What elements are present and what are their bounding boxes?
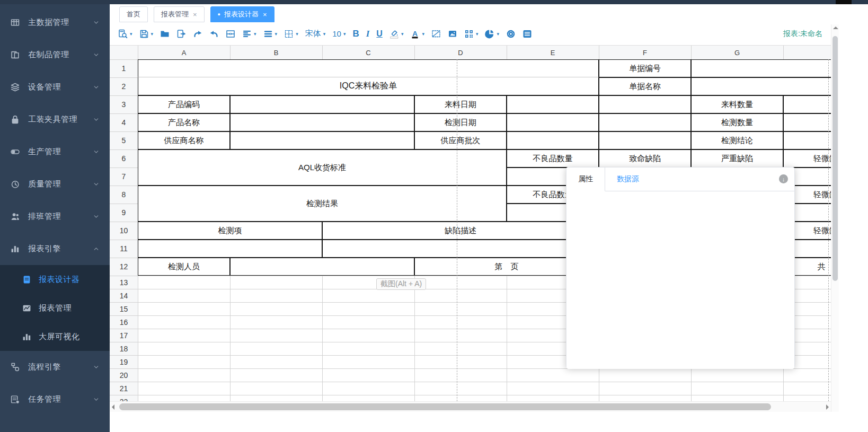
close-icon[interactable]: × <box>263 11 267 18</box>
row-header-11[interactable]: 11 <box>110 240 138 258</box>
italic-button[interactable]: I <box>363 27 373 41</box>
undo-button[interactable] <box>206 28 222 40</box>
row-header-8[interactable]: 8 <box>110 186 138 204</box>
form-cell-r2c6[interactable]: 单据名称 <box>599 77 691 95</box>
align-button[interactable]: ▾ <box>239 28 260 40</box>
form-cell-r6c1[interactable]: AQL收货标准 <box>138 149 507 186</box>
row-header-5[interactable]: 5 <box>110 131 138 149</box>
row-header-1[interactable]: 1 <box>110 59 138 77</box>
sidebar-item-0[interactable]: 主数据管理 <box>0 6 110 39</box>
form-cell-r6c8[interactable]: 轻微缺陷 <box>783 149 831 167</box>
sidebar-item-5[interactable]: 质量管理 <box>0 168 110 200</box>
sheet-corner[interactable] <box>110 46 138 59</box>
row-header-12[interactable]: 12 <box>110 258 138 276</box>
line-height-button[interactable]: ▾ <box>260 28 281 40</box>
row-header-6[interactable]: 6 <box>110 149 138 167</box>
panel-collapse-button[interactable]: ↓ <box>779 174 788 183</box>
form-cell-r5c8[interactable] <box>783 131 831 149</box>
tab-0[interactable]: 首页 <box>119 6 148 22</box>
row-header-21[interactable]: 21 <box>110 382 138 395</box>
close-icon[interactable]: × <box>193 11 197 18</box>
column-header-A[interactable]: A <box>138 46 230 59</box>
sidebar-item-8[interactable]: 流程引擎 <box>0 351 110 383</box>
column-header-F[interactable]: F <box>599 46 691 59</box>
scroll-left-icon[interactable] <box>112 404 114 410</box>
row-header-18[interactable]: 18 <box>110 342 138 355</box>
form-cell-r4c1[interactable]: 产品名称 <box>138 113 230 131</box>
insert-image-button[interactable] <box>445 28 460 40</box>
remove-image-button[interactable] <box>428 28 444 40</box>
open-button[interactable] <box>157 28 173 40</box>
qrcode-button[interactable]: ▾ <box>461 28 482 40</box>
vertical-scroll-thumb[interactable] <box>832 36 838 281</box>
chart-button[interactable]: ▾ <box>482 28 502 40</box>
redo-button[interactable] <box>190 28 206 40</box>
column-header-E[interactable]: E <box>507 46 599 59</box>
form-cell-r5c2[interactable] <box>230 131 414 149</box>
form-cell-r3c1[interactable]: 产品编码 <box>138 95 230 113</box>
bold-button[interactable]: B <box>349 27 362 41</box>
horizontal-scrollbar[interactable] <box>110 401 831 412</box>
form-cell-r3c5[interactable] <box>507 95 599 113</box>
form-cell-r4c7[interactable]: 检测数量 <box>691 113 783 131</box>
form-cell-r3c2[interactable] <box>230 95 414 113</box>
form-cell-r8c1[interactable]: 检测结果 <box>138 186 507 222</box>
row-header-22[interactable]: 22 <box>110 395 138 401</box>
form-cell-r11c1[interactable] <box>138 240 322 258</box>
form-cell-r10c3[interactable]: 缺陷描述 <box>322 222 599 240</box>
form-cell-r1c6[interactable]: 单据编号 <box>599 59 691 77</box>
form-cell-r5c1[interactable]: 供应商名称 <box>138 131 230 149</box>
panel-tab-0[interactable]: 属性 <box>566 167 605 191</box>
form-cell-r3c6[interactable] <box>599 95 691 113</box>
form-cell-r3c7[interactable]: 来料数量 <box>691 95 783 113</box>
column-header-G[interactable]: G <box>691 46 783 59</box>
row-header-13[interactable]: 13 <box>110 276 138 289</box>
row-header-3[interactable]: 3 <box>110 95 138 113</box>
sidebar-item-2[interactable]: 设备管理 <box>0 71 110 103</box>
form-cell-r5c7[interactable]: 检测结论 <box>691 131 783 149</box>
font-family-button[interactable]: 宋体▾ <box>302 27 329 40</box>
sidebar-item-6[interactable]: 排班管理 <box>0 200 110 233</box>
list-view-button[interactable] <box>519 28 535 40</box>
row-header-9[interactable]: 9 <box>110 204 138 222</box>
row-header-19[interactable]: 19 <box>110 355 138 368</box>
form-cell-r4c8[interactable] <box>783 113 831 131</box>
form-cell-r6c5[interactable]: 不良品数量 <box>507 149 599 167</box>
form-cell-r5c5[interactable] <box>507 131 599 149</box>
form-cell-r5c4[interactable]: 供应商批次 <box>414 131 507 149</box>
form-cell-r3c4[interactable]: 来料日期 <box>414 95 507 113</box>
form-cell-r2c7[interactable] <box>691 77 831 95</box>
form-cell-r11c3[interactable] <box>322 240 599 258</box>
row-header-10[interactable]: 10 <box>110 222 138 240</box>
column-header-D[interactable]: D <box>414 46 507 59</box>
row-header-4[interactable]: 4 <box>110 113 138 131</box>
font-size-button[interactable]: 10▾ <box>329 28 349 40</box>
form-cell-r5c6[interactable] <box>599 131 691 149</box>
form-cell-r6c7[interactable]: 严重缺陷 <box>691 149 783 167</box>
form-cell-r2c1[interactable]: IQC来料检验单 <box>138 77 599 95</box>
form-cell-r12c2[interactable] <box>230 258 414 276</box>
column-header-B[interactable]: B <box>230 46 322 59</box>
sidebar-item-1[interactable]: 在制品管理 <box>0 39 110 71</box>
sidebar-item-9[interactable]: 任务管理 <box>0 383 110 416</box>
form-cell-r4c2[interactable] <box>230 113 414 131</box>
preview-button[interactable]: ▾ <box>115 28 136 40</box>
row-header-7[interactable]: 7 <box>110 167 138 186</box>
form-cell-r1c7[interactable] <box>691 59 831 77</box>
vertical-scrollbar[interactable] <box>831 24 839 412</box>
fill-color-button[interactable]: ▾ <box>386 28 407 40</box>
row-header-2[interactable]: 2 <box>110 77 138 95</box>
row-header-16[interactable]: 16 <box>110 315 138 329</box>
form-cell-r10c1[interactable]: 检测项 <box>138 222 322 240</box>
settings-button[interactable] <box>503 28 519 40</box>
row-header-14[interactable]: 14 <box>110 289 138 302</box>
form-cell-r12c1[interactable]: 检测人员 <box>138 258 230 276</box>
tab-2[interactable]: ●报表设计器× <box>210 6 274 22</box>
form-cell-r4c4[interactable]: 检测日期 <box>414 113 507 131</box>
form-cell-r1c1[interactable] <box>138 59 599 77</box>
form-cell-r6c6[interactable]: 致命缺陷 <box>599 149 691 167</box>
row-header-17[interactable]: 17 <box>110 329 138 342</box>
panel-tab-1[interactable]: 数据源 <box>605 167 651 191</box>
sidebar-subitem-1[interactable]: 报表管理 <box>0 294 110 322</box>
font-color-button[interactable]: A▾ <box>407 28 428 40</box>
